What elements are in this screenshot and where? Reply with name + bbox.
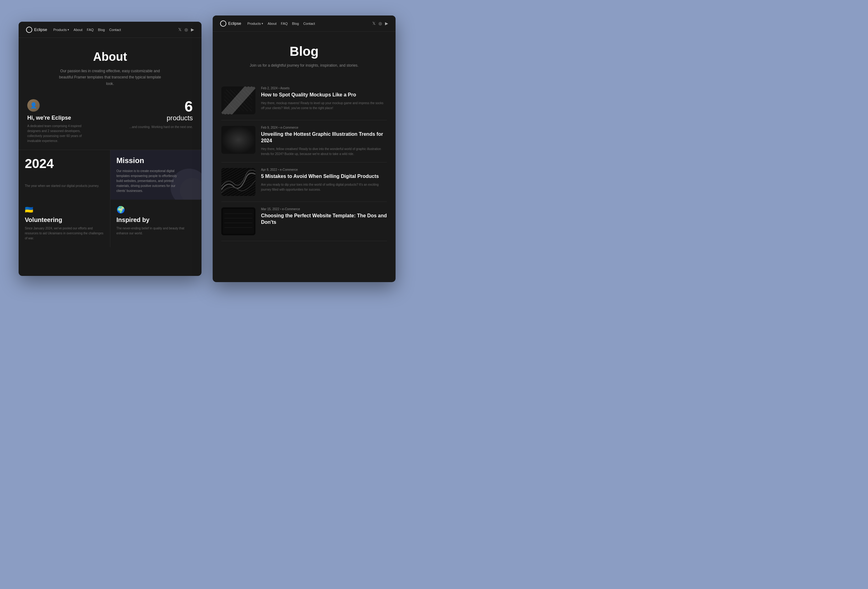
post-excerpt-2: Hey there, fellow creatives! Ready to di… bbox=[261, 147, 387, 156]
nav-faq-right[interactable]: FAQ bbox=[281, 22, 288, 25]
blog-subtitle: Join us for a delightful journey for ins… bbox=[222, 63, 386, 68]
post-image-4 bbox=[221, 207, 255, 235]
nav-social-left: 𝕏 ◎ ▶ bbox=[178, 27, 194, 32]
year-cell: 2024 The year when we started our digita… bbox=[19, 150, 110, 200]
post-meta-3: Apr 8, 2022 • e-Commerce bbox=[261, 168, 387, 171]
blog-post-4[interactable]: Mar 15, 2022 • e-Commerce Choosing the P… bbox=[221, 202, 387, 241]
post-excerpt-3: Are you ready to dip your toes into the … bbox=[261, 182, 387, 192]
post-content-2: Feb 9, 2024 • e-Commerce Unveiling the H… bbox=[261, 126, 387, 156]
products-sub: ...and counting. Working hard on the nex… bbox=[129, 125, 193, 129]
youtube-icon-right[interactable]: ▶ bbox=[385, 21, 388, 26]
avatar-image: 👤 bbox=[27, 99, 40, 112]
inspired-desc: The never-ending belief in quality and b… bbox=[117, 226, 196, 236]
blog-title: Blog bbox=[222, 44, 386, 59]
blog-post-1[interactable]: Feb 2, 2024 • Assets How to Spot Quality… bbox=[221, 81, 387, 120]
svg-line-4 bbox=[231, 87, 255, 114]
about-hero: About Our passion lies in creating effec… bbox=[19, 38, 202, 96]
post-content-4: Mar 15, 2022 • e-Commerce Choosing the P… bbox=[261, 207, 387, 228]
post-image-1 bbox=[221, 87, 255, 114]
svg-point-8 bbox=[234, 136, 243, 143]
nav-blog-left[interactable]: Blog bbox=[98, 28, 105, 32]
team-desc: A dedicated team comprising 4 inspired d… bbox=[27, 124, 89, 143]
blog-post-3[interactable]: Apr 8, 2022 • e-Commerce 5 Mistakes to A… bbox=[221, 162, 387, 202]
mission-desc: Our mission is to create exceptional dig… bbox=[117, 169, 179, 193]
instagram-icon-left[interactable]: ◎ bbox=[185, 27, 188, 32]
nav-links-right: Products About FAQ Blog Contact bbox=[247, 22, 366, 25]
nav-contact-right[interactable]: Contact bbox=[303, 22, 315, 25]
products-count: 6 bbox=[129, 99, 193, 114]
team-left: 👤 Hi, we're Eclipse A dedicated team com… bbox=[27, 99, 129, 143]
year-number: 2024 bbox=[25, 156, 104, 171]
about-description: Our passion lies in creating effective, … bbox=[58, 68, 163, 87]
about-team: 👤 Hi, we're Eclipse A dedicated team com… bbox=[19, 96, 202, 150]
year-desc: The year when we started our digital pro… bbox=[25, 183, 104, 188]
nav-contact-left[interactable]: Contact bbox=[109, 28, 121, 32]
right-window: Eclipse Products About FAQ Blog Contact … bbox=[213, 16, 396, 282]
mission-cell: Mission Our mission is to create excepti… bbox=[110, 150, 202, 200]
post-meta-4: Mar 15, 2022 • e-Commerce bbox=[261, 207, 387, 211]
post-meta-2: Feb 9, 2024 • e-Commerce bbox=[261, 126, 387, 129]
logo-right[interactable]: Eclipse bbox=[220, 21, 241, 27]
svg-rect-11 bbox=[223, 209, 254, 234]
products-label: products bbox=[129, 114, 193, 122]
svg-rect-5 bbox=[221, 126, 255, 154]
svg-line-1 bbox=[221, 87, 246, 114]
nav-links-left: Products About FAQ Blog Contact bbox=[53, 28, 172, 32]
post-title-3: 5 Mistakes to Avoid When Selling Digital… bbox=[261, 173, 387, 180]
blog-hero: Blog Join us for a delightful journey fo… bbox=[213, 32, 396, 78]
eclipse-logo-icon bbox=[26, 27, 32, 33]
bottom-grid: 🇺🇦 Volunteering Since January 2024, we'v… bbox=[19, 200, 202, 247]
nav-products-right[interactable]: Products bbox=[247, 22, 263, 25]
nav-about-right[interactable]: About bbox=[267, 22, 276, 25]
avatar: 👤 bbox=[27, 99, 40, 112]
blog-posts-list: Feb 2, 2024 • Assets How to Spot Quality… bbox=[213, 78, 396, 244]
post-title-2: Unveiling the Hottest Graphic Illustrati… bbox=[261, 131, 387, 144]
eclipse-logo-icon-right bbox=[220, 21, 226, 27]
volunteer-emoji: 🇺🇦 bbox=[25, 206, 104, 214]
about-title: About bbox=[28, 50, 192, 63]
team-name: Hi, we're Eclipse bbox=[27, 115, 129, 121]
post-content-1: Feb 2, 2024 • Assets How to Spot Quality… bbox=[261, 87, 387, 111]
svg-line-3 bbox=[227, 87, 252, 114]
post-excerpt-1: Hey there, mockup mavens! Ready to level… bbox=[261, 101, 387, 111]
nav-about-left[interactable]: About bbox=[74, 28, 83, 32]
svg-rect-9 bbox=[221, 168, 255, 196]
post-image-3 bbox=[221, 168, 255, 196]
post-content-3: Apr 8, 2022 • e-Commerce 5 Mistakes to A… bbox=[261, 168, 387, 192]
nav-products-left[interactable]: Products bbox=[53, 28, 69, 32]
mission-title: Mission bbox=[117, 156, 196, 165]
inspired-title: Inspired by bbox=[117, 216, 196, 223]
nav-blog-right[interactable]: Blog bbox=[292, 22, 299, 25]
post-title-4: Choosing the Perfect Website Template: T… bbox=[261, 213, 387, 226]
volunteer-cell: 🇺🇦 Volunteering Since January 2024, we'v… bbox=[19, 200, 110, 247]
twitter-icon-left[interactable]: 𝕏 bbox=[178, 27, 182, 32]
logo-text-right: Eclipse bbox=[228, 21, 241, 26]
about-grid: 2024 The year when we started our digita… bbox=[19, 150, 202, 200]
svg-rect-0 bbox=[221, 87, 255, 114]
volunteer-desc: Since January 2024, we've pooled our eff… bbox=[25, 226, 104, 241]
post-image-2 bbox=[221, 126, 255, 154]
svg-line-2 bbox=[224, 87, 249, 114]
post-meta-1: Feb 2, 2024 • Assets bbox=[261, 87, 387, 90]
left-nav: Eclipse Products About FAQ Blog Contact … bbox=[19, 22, 202, 38]
volunteer-title: Volunteering bbox=[25, 216, 104, 223]
right-nav: Eclipse Products About FAQ Blog Contact … bbox=[213, 16, 396, 32]
left-window: Eclipse Products About FAQ Blog Contact … bbox=[19, 22, 202, 276]
instagram-icon-right[interactable]: ◎ bbox=[378, 21, 382, 26]
twitter-icon-right[interactable]: 𝕏 bbox=[372, 21, 375, 26]
youtube-icon-left[interactable]: ▶ bbox=[191, 27, 194, 32]
logo-text: Eclipse bbox=[34, 27, 47, 32]
inspired-cell: 🌍 Inspired by The never-ending belief in… bbox=[110, 200, 202, 247]
post-title-1: How to Spot Quality Mockups Like a Pro bbox=[261, 92, 387, 98]
svg-point-7 bbox=[230, 132, 247, 147]
nav-social-right: 𝕏 ◎ ▶ bbox=[372, 21, 388, 26]
team-right: 6 products ...and counting. Working hard… bbox=[129, 99, 193, 129]
logo-left[interactable]: Eclipse bbox=[26, 27, 47, 33]
nav-faq-left[interactable]: FAQ bbox=[87, 28, 94, 32]
inspired-emoji: 🌍 bbox=[117, 206, 196, 214]
svg-point-6 bbox=[226, 129, 251, 151]
blog-post-2[interactable]: Feb 9, 2024 • e-Commerce Unveiling the H… bbox=[221, 120, 387, 162]
